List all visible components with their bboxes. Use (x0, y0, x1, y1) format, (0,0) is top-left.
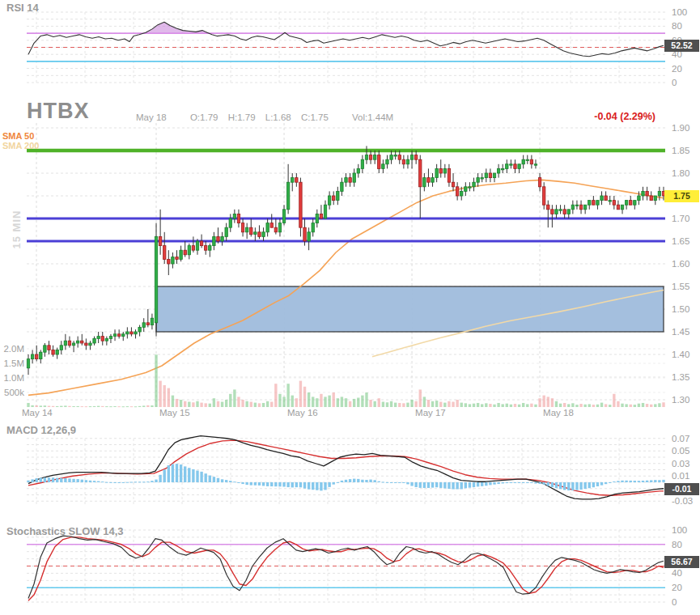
svg-text:1.90: 1.90 (672, 123, 689, 133)
svg-text:1.85: 1.85 (672, 146, 689, 155)
svg-text:2.0M: 2.0M (3, 344, 24, 354)
stoch-panel[interactable]: 1008040200 (27, 525, 687, 607)
svg-text:-0.03: -0.03 (672, 496, 693, 506)
last-price-badge: 1.75 (664, 190, 699, 202)
svg-text:May 18: May 18 (543, 408, 574, 418)
svg-text:80: 80 (672, 540, 682, 549)
sma50-legend-label: SMA 50 (2, 132, 34, 141)
svg-text:May 15: May 15 (159, 408, 190, 418)
svg-text:100: 100 (672, 7, 687, 17)
price-change-label: -0.04 (2.29%) (594, 111, 655, 122)
info-volume: Vol:1.44M (352, 112, 393, 122)
svg-text:1.0M: 1.0M (3, 373, 24, 383)
svg-text:1.60: 1.60 (672, 259, 689, 269)
volume-bars[interactable] (27, 354, 664, 407)
macd-panel[interactable]: 0.070.050.030.01-0.01-0.03 (27, 434, 693, 507)
svg-text:May 16: May 16 (287, 408, 318, 418)
candlesticks[interactable] (27, 146, 664, 375)
info-high: H:1.79 (228, 112, 256, 122)
svg-text:20: 20 (672, 583, 682, 592)
info-close: C:1.75 (301, 112, 329, 122)
macd-value-badge: -0.01 (664, 483, 699, 495)
svg-text:0: 0 (672, 597, 677, 607)
svg-text:1.80: 1.80 (672, 168, 689, 178)
chart-canvas[interactable]: 1008060402001.901.851.801.751.701.651.60… (0, 0, 700, 615)
ohlc-info-row: May 18 O:1.79 H:1.79 L:1.68 C:1.75 Vol:1… (136, 112, 401, 122)
svg-text:May 17: May 17 (415, 408, 446, 418)
macd-histogram[interactable] (27, 464, 664, 490)
svg-text:40: 40 (672, 568, 682, 578)
rsi-value-badge: 52.52 (664, 40, 699, 52)
stoch-value-badge: 56.67 (664, 556, 699, 568)
svg-text:1.30: 1.30 (672, 395, 689, 405)
svg-text:0.01: 0.01 (672, 471, 689, 481)
svg-text:1.65: 1.65 (672, 236, 689, 246)
svg-text:0.05: 0.05 (672, 446, 689, 456)
price-panel[interactable]: 1.901.851.801.751.701.651.601.551.501.45… (3, 123, 689, 418)
sma200-legend-label: SMA 200 (2, 142, 39, 151)
stock-chart-app: 1008060402001.901.851.801.751.701.651.60… (0, 0, 700, 615)
info-date: May 18 (136, 112, 167, 122)
stoch-panel-title: Stochastics SLOW 14,3 (6, 525, 124, 537)
rsi-panel-title: RSI 14 (6, 2, 39, 14)
svg-text:1.45: 1.45 (672, 327, 689, 337)
rsi-panel[interactable]: 100806040200 (27, 7, 687, 87)
svg-text:May 14: May 14 (22, 408, 53, 418)
timeframe-label: 15 MIN (11, 199, 23, 261)
svg-text:1.5M: 1.5M (3, 358, 24, 368)
svg-text:0.03: 0.03 (672, 459, 689, 469)
svg-text:20: 20 (672, 64, 682, 74)
svg-text:1.70: 1.70 (672, 214, 689, 223)
symbol-title: HTBX (27, 99, 90, 124)
svg-text:1.55: 1.55 (672, 282, 689, 291)
svg-text:100: 100 (672, 525, 687, 535)
svg-text:1.40: 1.40 (672, 350, 689, 359)
svg-text:1.50: 1.50 (672, 304, 689, 314)
svg-text:1.35: 1.35 (672, 372, 689, 382)
info-low: L:1.68 (265, 112, 291, 122)
svg-text:500k: 500k (4, 388, 24, 397)
macd-panel-title: MACD 12,26,9 (6, 424, 76, 436)
svg-text:80: 80 (672, 21, 682, 31)
info-open: O:1.79 (190, 112, 218, 122)
svg-text:0.07: 0.07 (672, 434, 689, 443)
svg-text:0: 0 (672, 78, 677, 87)
